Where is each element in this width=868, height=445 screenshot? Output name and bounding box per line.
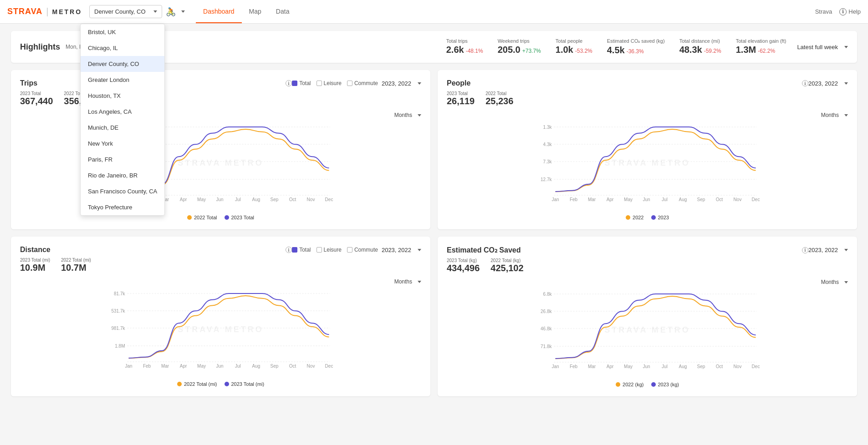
svg-text:Nov: Nov	[307, 364, 315, 369]
dropdown-item[interactable]: Tokyo Prefecture	[81, 199, 164, 215]
location-selector[interactable]: Denver County, CO	[89, 5, 162, 18]
dropdown-item[interactable]: New York	[81, 136, 164, 152]
svg-text:Apr: Apr	[180, 364, 187, 369]
checkbox-box[interactable]	[292, 247, 297, 253]
checkbox-box[interactable]	[317, 81, 322, 86]
chart-header: Estimated CO₂ Saved ℹ 2023, 2022	[447, 246, 848, 254]
chart-year-selector[interactable]: 2023, 2022	[808, 247, 848, 253]
logo: STRAVA | METRO	[7, 6, 82, 17]
tab-map[interactable]: Map	[242, 0, 269, 23]
svg-text:Aug: Aug	[679, 364, 687, 369]
checkbox-total[interactable]: Total	[292, 80, 311, 86]
dropdown-item[interactable]: Munich, DE	[81, 120, 164, 136]
dropdown-item[interactable]: San Francisco County, CA	[81, 183, 164, 199]
checkbox-label: Commute	[354, 80, 378, 86]
year-chevron-icon	[418, 249, 421, 251]
dropdown-item[interactable]: Chicago, IL	[81, 40, 164, 56]
legend-item: 2023 Total (mi)	[225, 381, 265, 387]
chart-checkboxes: Total Leisure Commute	[292, 80, 378, 86]
chart-area: STRAVA METRO1.8M981.7k531.7k81.7kJanFebM…	[20, 287, 421, 378]
chart-year-selector[interactable]: 2023, 2022	[808, 80, 848, 87]
svg-text:Sep: Sep	[271, 197, 279, 202]
svg-text:Apr: Apr	[607, 197, 614, 202]
metric-value: 1.0k-53.2%	[556, 45, 592, 55]
metric-item: Total elevation gain (ft) 1.3M-62.2%	[736, 38, 786, 56]
dropdown-item[interactable]: Paris, FR	[81, 152, 164, 167]
chart-info-icon[interactable]: ℹ	[286, 247, 292, 253]
svg-text:Mar: Mar	[588, 364, 596, 369]
chart-legend: 2022 Total 2023 Total	[20, 215, 421, 220]
checkbox-leisure[interactable]: Leisure	[317, 80, 342, 86]
metric-label: Estimated CO₂ saved (kg)	[607, 38, 665, 44]
year-chevron-icon	[844, 249, 848, 251]
tab-dashboard[interactable]: Dashboard	[196, 0, 242, 23]
svg-text:Sep: Sep	[697, 364, 705, 369]
year-range-label: 2023, 2022	[382, 80, 411, 87]
dropdown-item[interactable]: Rio de Janeiro, BR	[81, 167, 164, 183]
chart-info-icon[interactable]: ℹ	[802, 80, 808, 86]
checkbox-box[interactable]	[347, 81, 352, 86]
months-selector[interactable]: Months	[821, 112, 848, 118]
checkbox-box[interactable]	[317, 247, 322, 253]
dropdown-item[interactable]: Houston, TX	[81, 88, 164, 104]
svg-text:Jul: Jul	[662, 197, 668, 202]
total-2022: 2022 Total 25,236	[485, 91, 513, 106]
checkbox-label: Total	[299, 80, 311, 86]
chart-trips: Trips ℹ Total Leisure Commute 2023, 2022	[11, 70, 430, 229]
help-button[interactable]: ℹ Help	[839, 8, 861, 15]
metric-value: 48.3k-59.2%	[679, 45, 721, 55]
chart-year-selector[interactable]: 2023, 2022	[382, 247, 421, 253]
svg-text:531.7k: 531.7k	[111, 308, 125, 314]
total-2023: 2023 Total 26,119	[447, 91, 475, 106]
checkbox-total[interactable]: Total	[292, 247, 311, 253]
chart-info-icon[interactable]: ℹ	[802, 247, 808, 253]
total-2023: 2023 Total 367,440	[20, 91, 53, 106]
svg-text:STRAVA METRO: STRAVA METRO	[178, 158, 264, 167]
metric-item: Estimated CO₂ saved (kg) 4.5k-36.3%	[607, 38, 665, 56]
svg-text:STRAVA METRO: STRAVA METRO	[178, 325, 264, 334]
metric-value: 1.3M-62.2%	[736, 45, 786, 55]
header: STRAVA | METRO Denver County, CO 🚴 Dashb…	[0, 0, 868, 24]
legend-label: 2023 (kg)	[658, 382, 679, 387]
dropdown-item[interactable]: Denver County, CO	[81, 56, 164, 72]
checkbox-box[interactable]	[292, 81, 297, 86]
week-selector[interactable]: Latest full week	[797, 44, 848, 51]
checkbox-box[interactable]	[347, 247, 352, 253]
months-selector[interactable]: Months	[394, 278, 421, 285]
svg-text:Feb: Feb	[570, 364, 578, 369]
dropdown-item[interactable]: Los Angeles, CA	[81, 104, 164, 120]
checkbox-commute[interactable]: Commute	[347, 247, 378, 253]
checkbox-leisure[interactable]: Leisure	[317, 247, 342, 253]
info-circle-icon: ℹ	[839, 8, 847, 15]
months-selector[interactable]: Months	[821, 279, 848, 285]
total-2023-label: 2023 Total	[447, 91, 475, 96]
chart-title: Distance	[20, 246, 284, 254]
checkbox-commute[interactable]: Commute	[347, 80, 378, 86]
svg-text:Aug: Aug	[252, 197, 260, 202]
svg-text:Mar: Mar	[161, 364, 169, 369]
total-2023-label: 2023 Total (kg)	[447, 258, 480, 263]
months-label: Months	[394, 278, 412, 285]
chevron-down-icon	[153, 10, 157, 13]
months-selector[interactable]: Months	[394, 112, 421, 118]
strava-link[interactable]: Strava	[815, 8, 832, 15]
legend-dot	[225, 215, 229, 220]
svg-text:Dec: Dec	[752, 364, 760, 369]
chart-header: Distance ℹ Total Leisure Commute 2023, 2…	[20, 246, 421, 254]
chart-year-selector[interactable]: 2023, 2022	[382, 80, 421, 87]
highlights-metrics: Total trips 2.6k-48.1% Weekend trips 205…	[446, 38, 786, 56]
legend-dot	[651, 382, 656, 387]
metric-label: Total trips	[446, 38, 483, 44]
metric-change: -59.2%	[704, 48, 721, 54]
mode-chevron-icon[interactable]	[181, 10, 185, 13]
dropdown-item[interactable]: Greater London	[81, 72, 164, 88]
metric-value: 2.6k-48.1%	[446, 45, 483, 55]
svg-text:May: May	[624, 197, 633, 202]
bike-icon[interactable]: 🚴	[166, 7, 176, 17]
tab-data[interactable]: Data	[269, 0, 297, 23]
chart-info-icon[interactable]: ℹ	[286, 80, 292, 86]
total-2022-label: 2022 Total (kg)	[490, 258, 523, 263]
year-range-label: 2023, 2022	[382, 247, 411, 253]
dropdown-item[interactable]: Bristol, UK	[81, 24, 164, 40]
total-2022-label: 2022 Total	[485, 91, 513, 96]
